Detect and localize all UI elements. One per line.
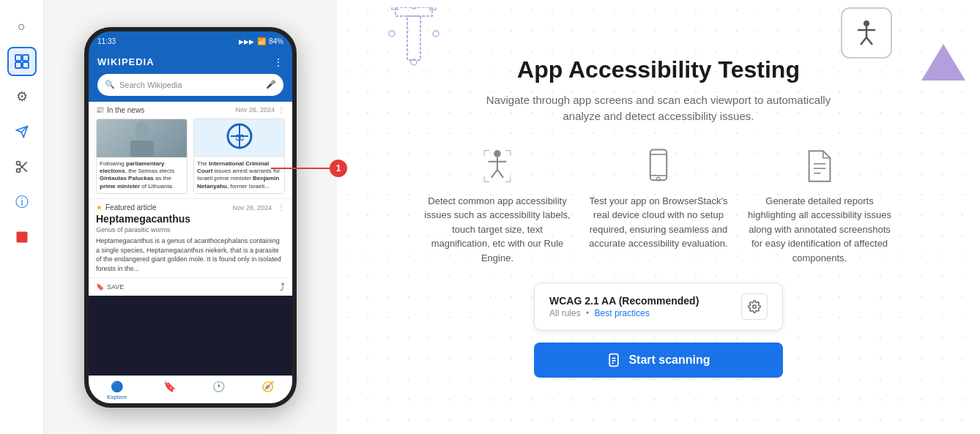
feature-card-test: Test your app on BrowserStack's real dev… xyxy=(585,146,732,266)
sidebar: ○ ⚙ ⓘ xyxy=(0,0,44,434)
news-icon: 📰 xyxy=(96,106,104,113)
annotation-badge: 1 xyxy=(330,160,347,177)
svg-rect-11 xyxy=(16,232,27,243)
wcag-gear-button[interactable] xyxy=(741,293,768,320)
accessibility-icon-box xyxy=(841,7,892,59)
phone-container: 11:33 ▶▶▶ 📶 84% WIKIPEDIA ⋮ 🔍 Search Wik… xyxy=(44,0,337,434)
save-label: SAVE xyxy=(107,283,124,291)
featured-date: Nov 26, 2024 xyxy=(232,204,272,212)
news-cards: Following parliamentary elections, the S… xyxy=(96,119,285,195)
featured-header: ★ Featured article Nov 26, 2024 ⋮ xyxy=(96,203,285,212)
start-scanning-button[interactable]: Start scanning xyxy=(534,343,783,378)
sidebar-icon-circle[interactable]: ○ xyxy=(7,12,37,41)
svg-point-7 xyxy=(16,169,20,173)
wcag-selector[interactable]: WCAG 2.1 AA (Recommended) All rules • Be… xyxy=(534,283,783,331)
news-more-icon[interactable]: ⋮ xyxy=(278,106,285,114)
svg-rect-3 xyxy=(23,62,29,68)
wcag-best-practices: Best practices xyxy=(595,308,650,318)
features-row: Detect common app accessibility issues s… xyxy=(424,146,893,266)
sidebar-icon-stop[interactable] xyxy=(7,222,37,252)
sidebar-icon-info[interactable]: ⓘ xyxy=(7,187,37,217)
report-feature-text: Generate detailed reports highlighting a… xyxy=(746,194,893,266)
svg-point-24 xyxy=(433,31,439,37)
featured-desc: Heptamegacanthus is a genus of acanthoce… xyxy=(96,236,285,273)
phone-content: 📰 In the news Nov 26, 2024 ⋮ xyxy=(89,102,292,296)
svg-line-34 xyxy=(491,170,497,178)
svg-point-12 xyxy=(135,121,149,139)
svg-text:⚖: ⚖ xyxy=(234,131,244,143)
sidebar-icon-gear[interactable]: ⚙ xyxy=(7,82,37,111)
search-icon: 🔍 xyxy=(105,80,115,89)
triangle-decoration xyxy=(921,44,965,81)
featured-label: Featured article xyxy=(105,203,156,212)
svg-rect-1 xyxy=(23,55,29,61)
search-placeholder: Search Wikipedia xyxy=(119,81,182,89)
save-action[interactable]: 🔖 SAVE xyxy=(96,283,124,291)
svg-line-9 xyxy=(23,168,27,172)
test-icon xyxy=(638,146,679,187)
main-title: App Accessibility Testing xyxy=(517,56,800,83)
wcag-subtitle: All rules • Best practices xyxy=(549,308,699,318)
wcag-title: WCAG 2.1 AA (Recommended) xyxy=(549,295,699,307)
svg-line-29 xyxy=(861,37,866,45)
scan-button-icon xyxy=(606,353,621,367)
sidebar-icon-cut[interactable] xyxy=(7,152,37,182)
detect-feature-text: Detect common app accessibility issues s… xyxy=(424,194,571,266)
phone-mockup: 11:33 ▶▶▶ 📶 84% WIKIPEDIA ⋮ 🔍 Search Wik… xyxy=(84,27,297,408)
bookmark-icon: 🔖 xyxy=(96,283,104,291)
svg-rect-13 xyxy=(130,141,154,157)
svg-point-23 xyxy=(389,31,395,37)
sidebar-icon-send[interactable] xyxy=(7,117,37,146)
share-icon[interactable]: ⤴ xyxy=(280,281,285,293)
news-section: 📰 In the news Nov 26, 2024 ⋮ xyxy=(89,102,292,200)
wcag-subtitle-part1: All rules xyxy=(549,308,581,318)
featured-subtitle: Genus of parasitic worms xyxy=(96,226,285,233)
right-panel: App Accessibility Testing Navigate throu… xyxy=(337,0,980,434)
test-feature-text: Test your app on BrowserStack's real dev… xyxy=(585,194,732,251)
feature-card-report: Generate detailed reports highlighting a… xyxy=(746,146,893,266)
phone-time: 11:33 xyxy=(97,37,116,45)
wcag-info: WCAG 2.1 AA (Recommended) All rules • Be… xyxy=(549,295,699,318)
battery-level: 84% xyxy=(269,37,283,45)
feature-card-detect: Detect common app accessibility issues s… xyxy=(424,146,571,266)
news-header: 📰 In the news Nov 26, 2024 ⋮ xyxy=(96,106,285,114)
svg-rect-0 xyxy=(15,55,21,61)
svg-point-31 xyxy=(494,150,501,157)
annotation-line xyxy=(271,168,330,169)
svg-line-35 xyxy=(497,170,503,178)
news-card-2[interactable]: ⚖ The International Criminal Court issue… xyxy=(193,119,285,195)
phone-search-bar[interactable]: 🔍 Search Wikipedia 🎤 xyxy=(97,74,283,96)
news-card-1-text: Following parliamentary elections, the S… xyxy=(97,157,187,194)
annotation-arrow: 1 xyxy=(271,160,347,177)
news-card-1[interactable]: Following parliamentary elections, the S… xyxy=(96,119,188,195)
featured-title: Heptamegacanthus xyxy=(96,213,285,225)
news-card-1-image xyxy=(97,119,187,157)
star-icon: ★ xyxy=(96,203,103,212)
battery-icon: ▶▶▶ xyxy=(239,38,254,45)
sidebar-icon-grid[interactable] xyxy=(7,47,37,76)
phone-actions: 🔖 SAVE ⤴ xyxy=(89,277,292,296)
scan-button-label: Start scanning xyxy=(628,353,710,367)
app-name: WIKIPEDIA xyxy=(97,56,155,67)
svg-line-30 xyxy=(866,37,872,45)
featured-section: ★ Featured article Nov 26, 2024 ⋮ Heptam… xyxy=(89,199,292,277)
mic-icon[interactable]: 🎤 xyxy=(266,80,276,89)
report-icon xyxy=(799,146,840,187)
phone-app-header: WIKIPEDIA ⋮ xyxy=(89,52,292,74)
phone-status-bar: 11:33 ▶▶▶ 📶 84% xyxy=(89,31,292,52)
news-label: In the news xyxy=(107,106,144,114)
detect-icon xyxy=(477,146,518,187)
main-subtitle: Navigate through app screens and scan ea… xyxy=(475,92,842,125)
phone-search-section: 🔍 Search Wikipedia 🎤 xyxy=(89,74,292,102)
news-card-2-image: ⚖ xyxy=(194,119,284,157)
wifi-icon: 📶 xyxy=(257,37,266,45)
right-content: App Accessibility Testing Navigate throu… xyxy=(424,56,893,378)
svg-point-26 xyxy=(864,20,869,26)
wcag-dot: • xyxy=(586,308,589,318)
left-panel: ○ ⚙ ⓘ xyxy=(0,0,337,434)
news-date: Nov 26, 2024 xyxy=(235,106,275,113)
featured-more-icon[interactable]: ⋮ xyxy=(278,203,285,212)
more-icon[interactable]: ⋮ xyxy=(273,56,283,68)
svg-rect-2 xyxy=(15,62,21,68)
svg-point-51 xyxy=(753,305,757,309)
